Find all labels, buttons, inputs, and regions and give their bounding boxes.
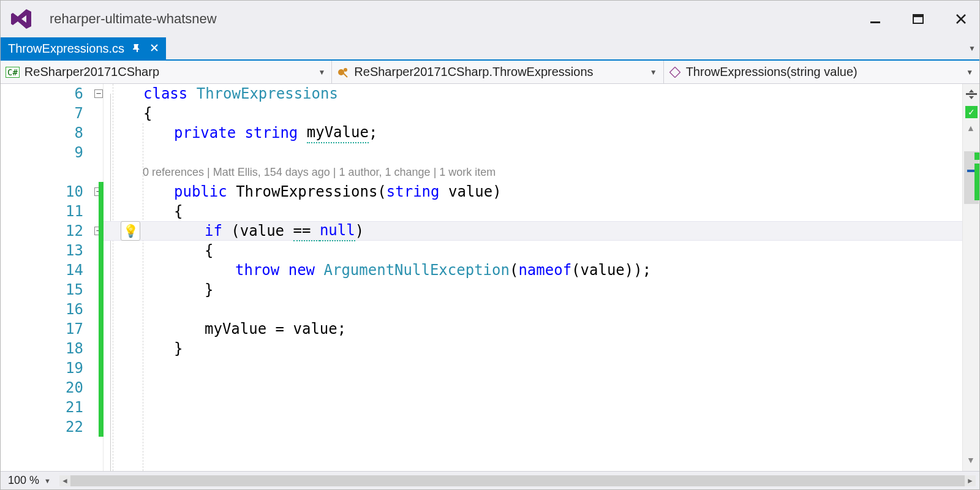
code-line[interactable]: if (value == null) (104, 221, 962, 241)
nav-member-label: ThrowExpressions(string value) (686, 65, 858, 79)
window-title: reharper-ultimate-whatsnew (50, 11, 217, 27)
change-indicator (99, 358, 104, 378)
codelens-annotation[interactable]: 0 references | Matt Ellis, 154 days ago … (104, 162, 962, 182)
change-indicator (99, 260, 104, 280)
code-line[interactable]: class ThrowExpressions (104, 84, 962, 104)
line-number: 13 (53, 242, 83, 259)
class-icon (337, 66, 349, 78)
tab-overflow-dropdown[interactable]: ▼ (968, 44, 976, 53)
code-line[interactable] (104, 300, 962, 319)
scroll-left-icon[interactable]: ◄ (59, 475, 70, 486)
line-number: 20 (53, 379, 83, 396)
chevron-down-icon: ▼ (650, 68, 657, 77)
chevron-down-icon: ▼ (966, 68, 973, 77)
line-number: 6 (53, 85, 83, 102)
line-number: 18 (53, 340, 83, 357)
gutter-line: 10− (1, 182, 103, 202)
change-indicator (99, 398, 104, 417)
scroll-right-icon[interactable]: ► (965, 475, 976, 486)
close-tab-icon[interactable] (150, 42, 159, 55)
zoom-value: 100 % (8, 474, 39, 487)
nav-member-dropdown[interactable]: ThrowExpressions(string value) ▼ (664, 61, 979, 83)
code-line[interactable] (104, 398, 962, 417)
line-number: 11 (53, 203, 83, 220)
code-line[interactable] (104, 417, 962, 437)
code-area[interactable]: class ThrowExpressions{private string my… (104, 84, 962, 471)
marker-bar[interactable]: ✓ ▲ ▼ (962, 84, 979, 471)
line-number: 8 (53, 124, 83, 141)
svg-point-3 (338, 69, 344, 75)
code-line[interactable]: private string myValue; (104, 123, 962, 143)
change-marker (974, 164, 979, 200)
code-line[interactable]: { (104, 202, 962, 221)
horizontal-scrollbar-thumb[interactable] (70, 475, 965, 486)
document-tab-bar: ThrowExpressions.cs ▼ (1, 37, 979, 61)
analysis-ok-icon[interactable]: ✓ (965, 106, 978, 118)
gutter-line: 17 (1, 319, 103, 339)
svg-rect-6 (966, 93, 977, 95)
method-icon (669, 66, 681, 78)
line-number: 7 (53, 105, 83, 122)
change-indicator (99, 221, 104, 241)
change-indicator (99, 202, 104, 221)
code-line[interactable]: throw new ArgumentNullException(nameof(v… (104, 260, 962, 280)
gutter-line: 15 (1, 280, 103, 300)
close-button[interactable] (949, 7, 973, 31)
line-number: 21 (53, 399, 83, 416)
document-tab-throwexpressions[interactable]: ThrowExpressions.cs (1, 37, 166, 59)
svg-point-4 (344, 68, 347, 72)
code-line[interactable]: { (104, 104, 962, 123)
change-marker (974, 153, 979, 160)
gutter-line: 16 (1, 300, 103, 319)
gutter-line: 7 (1, 104, 103, 123)
change-indicator (99, 280, 104, 300)
tab-filename: ThrowExpressions.cs (8, 42, 124, 56)
gutter-line: 14 (1, 260, 103, 280)
split-view-icon[interactable] (965, 88, 978, 101)
gutter-line: 13 (1, 241, 103, 260)
code-line[interactable]: public ThrowExpressions(string value) (104, 182, 962, 202)
lightbulb-icon[interactable]: 💡 (121, 221, 140, 241)
change-indicator (99, 378, 104, 398)
gutter-line: 8 (1, 123, 103, 143)
line-number: 10 (53, 183, 83, 200)
navigation-bar: C# ReSharper20171CSharp ▼ ReSharper20171… (1, 61, 979, 84)
editor-statusbar: 100 % ▼ ◄ ► (1, 471, 979, 489)
gutter-line: 11 (1, 202, 103, 221)
fold-toggle-icon[interactable]: − (94, 89, 103, 98)
csharp-badge-icon: C# (6, 67, 20, 78)
scroll-up-icon[interactable]: ▲ (967, 123, 975, 133)
line-number: 22 (53, 418, 83, 435)
gutter-line: 19 (1, 358, 103, 378)
svg-rect-0 (870, 21, 880, 23)
nav-namespace-dropdown[interactable]: C# ReSharper20171CSharp ▼ (1, 61, 332, 83)
line-number: 9 (53, 144, 83, 161)
line-number: 17 (53, 320, 83, 337)
change-indicator (99, 319, 104, 339)
svg-rect-2 (913, 15, 923, 17)
line-number: 14 (53, 262, 83, 279)
line-number: 19 (53, 360, 83, 377)
horizontal-scrollbar[interactable]: ◄ ► (59, 475, 976, 486)
code-line[interactable]: } (104, 280, 962, 300)
gutter-line: 12− (1, 221, 103, 241)
code-editor[interactable]: 6−78910−1112−13141516171819202122💡 class… (1, 84, 979, 471)
code-line[interactable] (104, 358, 962, 378)
zoom-dropdown[interactable]: 100 % ▼ (4, 473, 55, 488)
scroll-down-icon[interactable]: ▼ (967, 455, 975, 465)
minimize-button[interactable] (863, 7, 888, 31)
gutter-line: 18 (1, 339, 103, 358)
nav-class-dropdown[interactable]: ReSharper20171CSharp.ThrowExpressions ▼ (332, 61, 663, 83)
code-line[interactable]: { (104, 241, 962, 260)
maximize-button[interactable] (906, 7, 930, 31)
pin-tab-icon[interactable] (133, 42, 141, 55)
code-line[interactable] (104, 378, 962, 398)
gutter-line: 20 (1, 378, 103, 398)
ide-window: reharper-ultimate-whatsnew ThrowExpressi… (0, 0, 980, 490)
code-line[interactable]: } (104, 339, 962, 358)
code-line[interactable] (104, 143, 962, 162)
nav-namespace-label: ReSharper20171CSharp (24, 65, 159, 79)
line-number: 15 (53, 281, 83, 298)
code-line[interactable]: myValue = value; (104, 319, 962, 339)
line-number: 12 (53, 222, 83, 239)
